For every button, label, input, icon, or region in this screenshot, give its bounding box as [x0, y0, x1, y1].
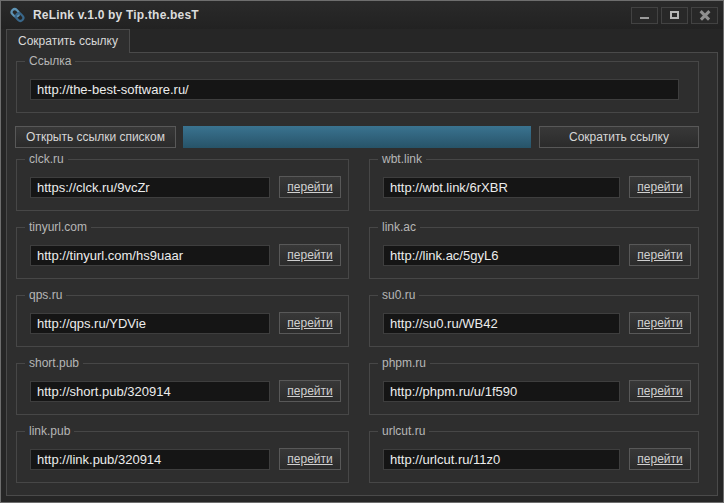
service-go-button[interactable]: перейти: [279, 244, 341, 266]
progress-bar: [183, 126, 531, 148]
service-groupbox: qps.ru перейти: [16, 295, 349, 347]
service-groupbox: clck.ru перейти: [16, 159, 349, 211]
service-url-input[interactable]: [30, 245, 270, 266]
main-panel: Ссылка Открыть ссылки списком Сократить …: [6, 52, 718, 496]
service-go-button[interactable]: перейти: [279, 380, 341, 402]
service-groupbox: link.ac перейти: [369, 227, 699, 279]
link-groupbox: Ссылка: [16, 61, 699, 113]
chain-link-icon: [9, 7, 26, 23]
open-links-list-button[interactable]: Открыть ссылки списком: [15, 126, 176, 148]
service-name: qps.ru: [25, 288, 66, 302]
service-name: clck.ru: [25, 152, 68, 166]
services-grid: clck.ru перейти wbt.link перейти tinyurl…: [16, 159, 699, 483]
shorten-link-button[interactable]: Сократить ссылку: [539, 126, 699, 148]
service-go-button[interactable]: перейти: [629, 176, 691, 198]
service-go-button[interactable]: перейти: [629, 448, 691, 470]
service-url-input[interactable]: [383, 245, 620, 266]
maximize-button[interactable]: [661, 7, 688, 24]
service-go-button[interactable]: перейти: [629, 380, 691, 402]
service-groupbox: phpm.ru перейти: [369, 363, 699, 415]
service-name: urlcut.ru: [378, 424, 429, 438]
minimize-button[interactable]: [631, 7, 658, 24]
progress-bar-fill: [183, 126, 531, 148]
app-window: ReLink v.1.0 by Tip.the.besT Сократить с…: [0, 0, 724, 503]
service-url-input[interactable]: [30, 177, 270, 198]
service-groupbox: tinyurl.com перейти: [16, 227, 349, 279]
window-controls: [631, 7, 718, 24]
service-go-button[interactable]: перейти: [629, 244, 691, 266]
tab-strip: Сократить ссылку: [1, 29, 723, 52]
service-url-input[interactable]: [383, 313, 620, 334]
service-name: tinyurl.com: [25, 220, 91, 234]
service-name: link.ac: [378, 220, 420, 234]
service-groupbox: link.pub перейти: [16, 431, 349, 483]
service-go-button[interactable]: перейти: [279, 448, 341, 470]
window-title: ReLink v.1.0 by Tip.the.besT: [33, 8, 631, 22]
close-button[interactable]: [691, 7, 718, 24]
service-go-button[interactable]: перейти: [279, 176, 341, 198]
title-bar: ReLink v.1.0 by Tip.the.besT: [1, 1, 723, 29]
service-url-input[interactable]: [30, 381, 270, 402]
service-groupbox: short.pub перейти: [16, 363, 349, 415]
service-go-button[interactable]: перейти: [279, 312, 341, 334]
service-url-input[interactable]: [383, 449, 620, 470]
service-name: wbt.link: [378, 152, 426, 166]
service-groupbox: urlcut.ru перейти: [369, 431, 699, 483]
service-url-input[interactable]: [383, 381, 620, 402]
minimize-icon: [640, 17, 649, 19]
service-name: short.pub: [25, 356, 83, 370]
tab-shorten-link[interactable]: Сократить ссылку: [6, 29, 130, 53]
service-url-input[interactable]: [383, 177, 620, 198]
service-name: su0.ru: [378, 288, 419, 302]
actions-row: Открыть ссылки списком Сократить ссылку: [7, 126, 717, 148]
service-groupbox: su0.ru перейти: [369, 295, 699, 347]
service-url-input[interactable]: [30, 313, 270, 334]
service-go-button[interactable]: перейти: [629, 312, 691, 334]
service-url-input[interactable]: [30, 449, 270, 470]
close-icon: [700, 10, 710, 20]
source-url-input[interactable]: [30, 79, 679, 100]
link-group-label: Ссылка: [25, 54, 75, 68]
maximize-icon: [670, 11, 679, 19]
service-groupbox: wbt.link перейти: [369, 159, 699, 211]
service-name: link.pub: [25, 424, 74, 438]
service-name: phpm.ru: [378, 356, 430, 370]
